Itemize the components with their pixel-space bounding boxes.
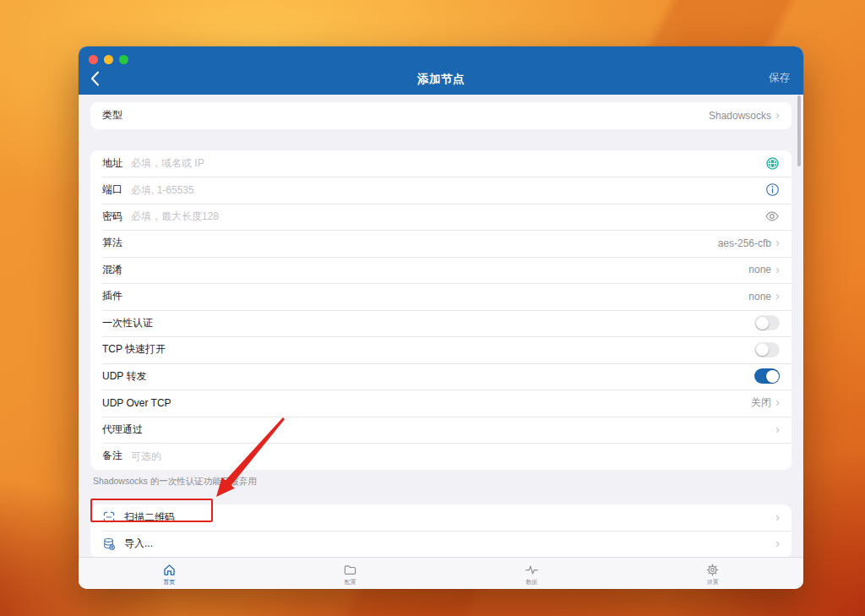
tab-data[interactable]: 数据 (441, 558, 623, 589)
udp-forward-label: UDP 转发 (102, 369, 146, 384)
traffic-lights (89, 55, 128, 64)
row-udp-forward: UDP 转发 (90, 363, 792, 390)
one-time-auth-deprecated-note: Shadowsocks 的一次性认证功能已被弃用 (90, 476, 792, 488)
row-type[interactable]: 类型 Shadowsocks › (90, 102, 792, 129)
import-label: 导入... (124, 537, 153, 551)
tab-settings[interactable]: 设置 (623, 558, 804, 589)
tcp-fast-open-label: TCP 快速打开 (102, 342, 166, 357)
row-import[interactable]: 导入... › (90, 531, 792, 558)
zoom-window-button[interactable] (119, 55, 128, 64)
minimize-window-button[interactable] (104, 55, 113, 64)
type-label: 类型 (102, 108, 122, 123)
tcp-fast-open-toggle[interactable] (754, 342, 780, 357)
chevron-right-icon: › (775, 537, 780, 549)
tab-config-label: 配置 (345, 578, 356, 586)
chevron-left-icon (90, 71, 100, 86)
chevron-right-icon: › (775, 236, 780, 248)
chevron-right-icon: › (775, 395, 780, 408)
algorithm-value: aes-256-cfb (718, 237, 771, 249)
node-settings-card: 地址 端口 (90, 150, 792, 470)
row-port: 端口 (90, 177, 792, 204)
udp-over-tcp-label: UDP Over TCP (102, 397, 171, 409)
address-label: 地址 (102, 156, 122, 171)
folder-icon (343, 563, 357, 577)
toggle-knob (756, 317, 769, 330)
type-card: 类型 Shadowsocks › (90, 102, 792, 129)
udp-forward-toggle[interactable] (754, 368, 780, 384)
one-time-auth-label: 一次性认证 (102, 316, 153, 330)
gear-icon (705, 563, 720, 577)
back-button[interactable] (90, 68, 107, 90)
activity-icon (525, 563, 539, 577)
globe-icon[interactable] (765, 156, 780, 171)
row-password: 密码 (90, 204, 792, 231)
row-tcp-fast-open: TCP 快速打开 (90, 336, 792, 363)
eye-icon[interactable] (764, 209, 780, 224)
qr-scan-icon (102, 510, 116, 524)
tab-settings-label: 设置 (707, 578, 719, 586)
tab-bar: 首页 配置 数据 (79, 557, 803, 589)
close-window-button[interactable] (89, 55, 98, 64)
udp-over-tcp-value: 关闭 (751, 395, 771, 410)
row-udp-over-tcp[interactable]: UDP Over TCP 关闭 › (90, 390, 792, 417)
nav-bar: 添加节点 保存 (79, 64, 803, 95)
tab-home-label: 首页 (163, 578, 175, 586)
save-button[interactable]: 保存 (769, 71, 790, 85)
plugin-label: 插件 (102, 289, 122, 303)
scrollbar-thumb[interactable] (797, 95, 801, 166)
obfuscation-label: 混淆 (102, 263, 122, 277)
actions-card: 扫描二维码 › 导入... › (90, 504, 792, 558)
app-window: 添加节点 保存 类型 Shadowsocks › 地址 (79, 46, 803, 589)
proxy-through-label: 代理通过 (102, 422, 143, 437)
port-input[interactable] (131, 184, 759, 196)
row-algorithm[interactable]: 算法 aes-256-cfb › (90, 230, 792, 257)
form-scroll-area[interactable]: 类型 Shadowsocks › 地址 (79, 95, 803, 557)
toggle-knob (756, 343, 769, 356)
chevron-right-icon: › (775, 422, 780, 435)
tab-home[interactable]: 首页 (79, 558, 260, 589)
remark-label: 备注 (102, 449, 122, 463)
home-icon (162, 563, 177, 577)
type-value: Shadowsocks (709, 110, 771, 122)
row-obfuscation[interactable]: 混淆 none › (90, 257, 792, 284)
chevron-right-icon: › (775, 263, 780, 275)
password-label: 密码 (102, 210, 122, 224)
row-plugin[interactable]: 插件 none › (90, 283, 792, 310)
scan-qr-label: 扫描二维码 (124, 510, 175, 525)
import-database-icon (102, 537, 116, 551)
title-bar: 添加节点 保存 (79, 46, 803, 95)
info-icon[interactable] (765, 183, 780, 197)
row-address: 地址 (90, 150, 792, 177)
chevron-right-icon: › (775, 289, 780, 302)
chevron-right-icon: › (775, 510, 780, 523)
row-scan-qr-code[interactable]: 扫描二维码 › (90, 504, 792, 532)
row-remark: 备注 (90, 443, 792, 470)
obfuscation-value: none (748, 264, 771, 275)
address-input[interactable] (131, 157, 759, 169)
password-input[interactable] (131, 210, 758, 222)
remark-input[interactable] (131, 450, 780, 462)
algorithm-label: 算法 (102, 236, 122, 250)
tab-data-label: 数据 (525, 578, 537, 586)
row-proxy-through[interactable]: 代理通过 › (90, 417, 792, 444)
toggle-knob (766, 370, 779, 383)
row-one-time-auth: 一次性认证 (90, 310, 792, 337)
one-time-auth-toggle[interactable] (754, 315, 780, 330)
page-title: 添加节点 (79, 72, 803, 87)
chevron-right-icon: › (775, 108, 780, 121)
plugin-value: none (748, 291, 771, 303)
port-label: 端口 (102, 183, 122, 197)
tab-config[interactable]: 配置 (260, 558, 442, 589)
